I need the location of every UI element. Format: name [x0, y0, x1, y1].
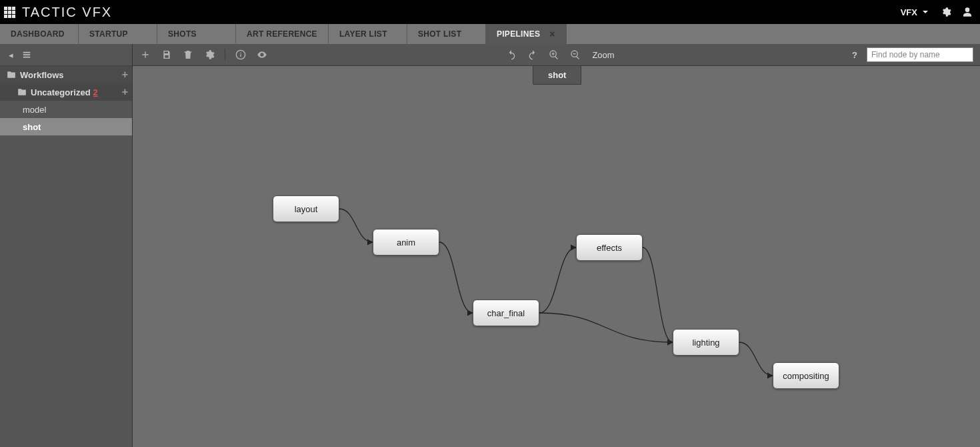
- pipeline-edge: [539, 313, 673, 342]
- folder-open-icon: [17, 87, 27, 97]
- save-button[interactable]: [161, 49, 173, 61]
- tab-pipelines[interactable]: PIPELINES ×: [486, 24, 567, 44]
- settings-button[interactable]: [203, 49, 215, 61]
- list-view-icon[interactable]: [21, 49, 32, 60]
- sidebar-group-label: Uncategorized: [31, 87, 91, 97]
- close-icon[interactable]: ×: [540, 29, 555, 39]
- workspace: ◂ Workflows + Uncategorized 2 + model sh…: [0, 44, 980, 447]
- editor-toolbar: Zoom ?: [133, 44, 980, 66]
- add-icon[interactable]: +: [122, 69, 128, 81]
- brand: TACTIC VFX: [22, 5, 112, 20]
- pipeline-node-effects[interactable]: effects: [576, 234, 643, 261]
- pipeline-node-lighting[interactable]: lighting: [673, 329, 739, 356]
- pipeline-edge: [339, 209, 373, 242]
- pipeline-edge: [643, 248, 673, 342]
- pipeline-node-compositing[interactable]: compositing: [773, 362, 839, 389]
- zoom-label: Zoom: [592, 50, 614, 60]
- user-icon[interactable]: [961, 6, 973, 18]
- tab-shots[interactable]: SHOTS: [157, 24, 236, 44]
- add-node-button[interactable]: [139, 49, 151, 61]
- undo-button[interactable]: [505, 49, 517, 61]
- editor: Zoom ? shot layoutanimchar_finaleffectsl…: [133, 44, 980, 447]
- sidebar-item-shot[interactable]: shot: [0, 118, 132, 135]
- zoom-in-button[interactable]: [548, 49, 560, 61]
- sidebar-group-badge: 2: [93, 87, 98, 97]
- zoom-out-button[interactable]: [569, 49, 581, 61]
- brand-sub: VFX: [82, 5, 112, 19]
- tab-startup[interactable]: STARTUP: [79, 24, 157, 44]
- pipeline-edge: [539, 248, 576, 313]
- sidebar-item-label: shot: [23, 122, 41, 132]
- find-node-input[interactable]: [867, 47, 973, 62]
- sidebar-group-uncategorized[interactable]: Uncategorized 2 +: [0, 83, 132, 101]
- pipeline-node-layout[interactable]: layout: [273, 195, 339, 222]
- delete-button[interactable]: [182, 49, 194, 61]
- project-menu[interactable]: VFX: [901, 7, 931, 17]
- sidebar-viewbar: ◂: [0, 44, 132, 66]
- caret-down-icon: [920, 7, 931, 17]
- sidebar-item-model[interactable]: model: [0, 101, 132, 118]
- help-button[interactable]: ?: [852, 50, 857, 60]
- sidebar-root-label: Workflows: [20, 70, 64, 80]
- tab-shot-list[interactable]: SHOT LIST: [407, 24, 486, 44]
- info-button[interactable]: [235, 49, 247, 61]
- project-menu-label: VFX: [901, 7, 917, 17]
- main-tabbar: DASHBOARD STARTUP SHOTS ART REFERENCE LA…: [0, 24, 980, 44]
- topbar: TACTIC VFX VFX: [0, 0, 980, 24]
- collapse-left-icon[interactable]: ◂: [5, 49, 16, 60]
- tab-art-reference[interactable]: ART REFERENCE: [236, 24, 329, 44]
- pipeline-edge: [739, 342, 773, 376]
- pipeline-canvas[interactable]: shot layoutanimchar_finaleffectslighting…: [133, 66, 980, 447]
- brand-main: TACTIC: [22, 5, 77, 19]
- add-icon[interactable]: +: [122, 86, 128, 98]
- sidebar-item-label: model: [23, 105, 46, 115]
- pipeline-node-anim[interactable]: anim: [373, 229, 439, 256]
- visibility-button[interactable]: [256, 49, 268, 61]
- pipeline-node-char_final[interactable]: char_final: [473, 300, 539, 326]
- sidebar-root-workflows[interactable]: Workflows +: [0, 66, 132, 83]
- tab-layer-list[interactable]: LAYER LIST: [329, 24, 407, 44]
- gear-icon[interactable]: [940, 6, 952, 18]
- separator: [225, 49, 225, 61]
- folder-open-icon: [7, 70, 16, 79]
- pipeline-edges: [133, 66, 980, 447]
- tab-dashboard[interactable]: DASHBOARD: [0, 24, 79, 44]
- redo-button[interactable]: [527, 49, 539, 61]
- app-logo-icon: [4, 7, 15, 18]
- sidebar: ◂ Workflows + Uncategorized 2 + model sh…: [0, 44, 133, 447]
- pipeline-edge: [439, 242, 473, 313]
